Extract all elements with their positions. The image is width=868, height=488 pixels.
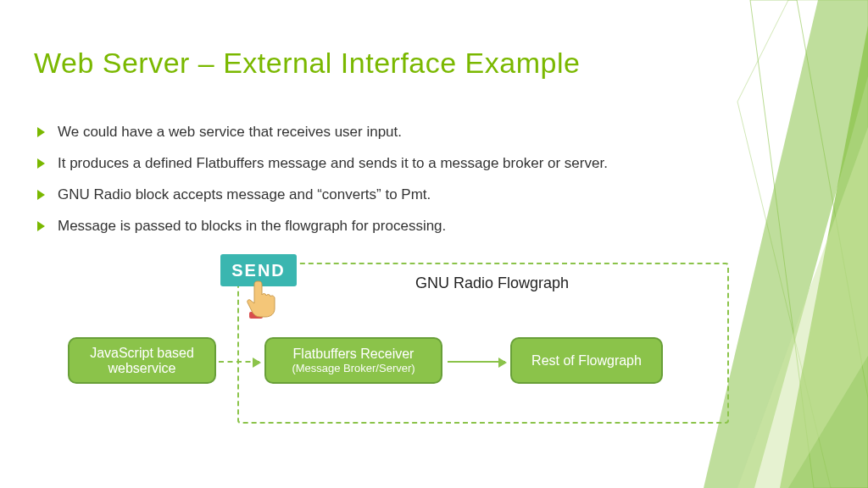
node-label: Flatbuffers Receiver bbox=[293, 347, 415, 362]
arrow-dashed bbox=[219, 361, 259, 363]
node-sublabel: (Message Broker/Server) bbox=[292, 362, 415, 374]
svg-marker-3 bbox=[737, 0, 868, 488]
bullet-list: We could have a web service that receive… bbox=[34, 123, 695, 248]
node-label: webservice bbox=[108, 361, 175, 376]
flowgraph-label: GNU Radio Flowgraph bbox=[415, 274, 569, 292]
bullet-item: Message is passed to blocks in the flowg… bbox=[34, 217, 695, 236]
node-flatbuffers-receiver: Flatbuffers Receiver (Message Broker/Ser… bbox=[264, 337, 442, 384]
arrow-solid bbox=[448, 361, 505, 363]
node-rest-of-flowgraph: Rest of Flowgraph bbox=[510, 337, 663, 384]
node-label: JavaScript based bbox=[90, 346, 194, 361]
slide-title: Web Server – External Interface Example bbox=[34, 47, 580, 80]
bullet-item: It produces a defined Flatbuffers messag… bbox=[34, 154, 695, 174]
pointer-hand-icon bbox=[244, 278, 281, 324]
bullet-item: We could have a web service that receive… bbox=[34, 123, 695, 142]
node-label: Rest of Flowgraph bbox=[531, 353, 642, 369]
svg-marker-1 bbox=[780, 25, 868, 488]
svg-marker-4 bbox=[737, 127, 868, 488]
bullet-item: GNU Radio block accepts message and “con… bbox=[34, 186, 695, 205]
flow-diagram: GNU Radio Flowgraph SEND JavaScript base… bbox=[68, 263, 746, 449]
svg-marker-2 bbox=[750, 0, 868, 488]
node-webservice: JavaScript based webservice bbox=[68, 337, 216, 384]
